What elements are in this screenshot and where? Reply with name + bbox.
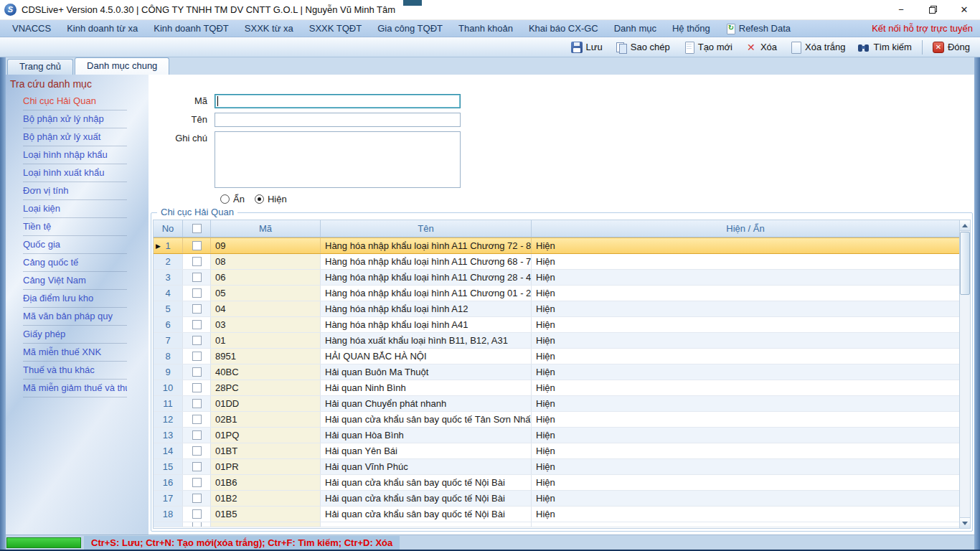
table-row-16[interactable]: 1601B6Hải quan cửa khẩu sân bay quốc tế …	[154, 475, 959, 491]
row-checkbox[interactable]	[192, 509, 202, 519]
groupbox-title: Chi cục Hải Quan	[157, 207, 237, 217]
sidebar-item-11[interactable]: Địa điểm lưu kho	[23, 290, 127, 308]
sidebar-item-8[interactable]: Quốc gia	[23, 236, 127, 254]
sidebar-item-1[interactable]: Bộ phận xử lý nhập	[23, 110, 127, 128]
restore-button[interactable]	[917, 0, 948, 20]
menu-item-8[interactable]: Danh mục	[606, 20, 664, 37]
menu-item-9[interactable]: Hệ thống	[664, 20, 718, 37]
tab-trang-chu[interactable]: Trang chủ	[7, 59, 73, 75]
column-header-ma[interactable]: Mã	[211, 220, 321, 237]
row-checkbox[interactable]	[192, 241, 202, 250]
row-checkbox[interactable]	[192, 446, 202, 456]
row-checkbox[interactable]	[192, 462, 202, 471]
column-header-checkbox[interactable]	[183, 220, 211, 237]
clear-button[interactable]: Xóa trắng	[784, 39, 851, 55]
sidebar-item-10[interactable]: Cảng Việt Nam	[23, 272, 127, 290]
menu-item-1[interactable]: Kinh doanh từ xa	[59, 20, 146, 37]
menu-item-4[interactable]: SXXK TQĐT	[301, 20, 369, 37]
minimize-button[interactable]: −	[885, 0, 917, 20]
search-button[interactable]: Tìm kiếm	[852, 39, 917, 55]
new-document-button[interactable]: Tạo mới	[677, 39, 738, 55]
sidebar-item-5[interactable]: Đơn vị tính	[23, 182, 127, 200]
select-all-checkbox[interactable]	[192, 224, 202, 233]
table-row-7[interactable]: 701Hàng hóa xuất khẩu loại hình B11, B12…	[154, 333, 959, 349]
ma-cell: 09	[211, 238, 321, 253]
table-row-1[interactable]: ▶109Hàng hóa nhập khẩu loại hình A11 Chư…	[154, 237, 959, 254]
row-checkbox[interactable]	[192, 304, 202, 314]
ten-input[interactable]	[215, 113, 461, 127]
sidebar-item-15[interactable]: Thuế và thu khác	[23, 362, 127, 380]
table-row-8[interactable]: 88951HẢI QUAN BẮC HÀ NỘIHiện	[154, 349, 959, 364]
table-row-partial[interactable]	[154, 522, 959, 527]
column-header-ten[interactable]: Tên	[321, 220, 532, 237]
radio-option-hien[interactable]: Hiện	[255, 194, 287, 204]
table-row-5[interactable]: 504Hàng hóa nhập khẩu loại hình A12Hiện	[154, 301, 959, 317]
row-checkbox[interactable]	[192, 399, 202, 408]
row-checkbox[interactable]	[192, 494, 202, 503]
table-row-11[interactable]: 1101DDHải quan Chuyển phát nhanhHiện	[154, 396, 959, 412]
table-row-18[interactable]: 1801B5Hải quan cửa khẩu sân bay quốc tế …	[154, 507, 959, 522]
radio-option-an[interactable]: Ẩn	[220, 194, 245, 204]
column-header-no[interactable]: No	[154, 220, 183, 237]
table-row-6[interactable]: 603Hàng hóa nhập khẩu loại hình A41Hiện	[154, 317, 959, 333]
ten-cell: Hải quan Chuyển phát nhanh	[321, 396, 532, 411]
row-checkbox[interactable]	[192, 273, 202, 282]
row-checkbox[interactable]	[192, 257, 202, 266]
menu-item-6[interactable]: Thanh khoản	[451, 20, 521, 37]
table-row-10[interactable]: 1028PCHải quan Ninh BìnhHiện	[154, 380, 959, 396]
save-button[interactable]: Lưu	[565, 39, 608, 55]
table-row-17[interactable]: 1701B2Hải quan cửa khẩu sân bay quốc tế …	[154, 491, 959, 507]
menu-item-0[interactable]: VNACCS	[4, 20, 59, 37]
scroll-down-button[interactable]	[960, 517, 970, 528]
ma-cell: 03	[211, 317, 321, 332]
vertical-scrollbar[interactable]	[959, 220, 971, 529]
row-checkbox[interactable]	[192, 478, 202, 487]
row-checkbox[interactable]	[192, 352, 202, 361]
online-support-link[interactable]: Kết nối hỗ trợ trực tuyến	[872, 23, 980, 34]
table-row-4[interactable]: 405Hàng hóa nhập khẩu loại hình A11 Chươ…	[154, 286, 959, 301]
row-checkbox[interactable]	[192, 522, 202, 527]
table-row-3[interactable]: 306Hàng hóa nhập khẩu loại hình A11 Chươ…	[154, 270, 959, 286]
sidebar-item-2[interactable]: Bộ phận xử lý xuất	[23, 128, 127, 146]
menu-item-2[interactable]: Kinh doanh TQĐT	[146, 20, 237, 37]
row-checkbox[interactable]	[192, 320, 202, 329]
copy-button[interactable]: Sao chép	[610, 39, 676, 55]
sidebar-item-0[interactable]: Chi cục Hải Quan	[23, 93, 127, 110]
delete-button[interactable]: Xóa	[740, 39, 783, 55]
column-header-hien-an[interactable]: Hiện / Ẩn	[532, 220, 959, 237]
scroll-up-button[interactable]	[960, 220, 970, 231]
table-row-15[interactable]: 1501PRHải quan Vĩnh PhúcHiện	[154, 459, 959, 475]
row-checkbox[interactable]	[192, 367, 202, 377]
table-row-12[interactable]: 1202B1Hải quan cửa khẩu sân bay quốc tế …	[154, 412, 959, 428]
close-window-button[interactable]: Đóng	[927, 39, 976, 55]
menu-item-5[interactable]: Gia công TQĐT	[369, 20, 451, 37]
row-checkbox[interactable]	[192, 336, 202, 345]
sidebar-item-16[interactable]: Mã miễn giảm thuế và thu khác	[23, 380, 127, 397]
menu-item-7[interactable]: Khai báo CX-GC	[521, 20, 606, 37]
table-row-2[interactable]: 208Hàng hóa nhập khẩu loại hình A11 Chươ…	[154, 254, 959, 270]
table-row-9[interactable]: 940BCHải quan Buôn Ma ThuộtHiện	[154, 364, 959, 380]
row-checkbox[interactable]	[192, 415, 202, 424]
sidebar-item-12[interactable]: Mã văn bản pháp quy	[23, 308, 127, 326]
row-checkbox[interactable]	[192, 430, 202, 440]
scrollbar-thumb[interactable]	[960, 232, 970, 295]
menubar: VNACCSKinh doanh từ xaKinh doanh TQĐTSXX…	[0, 20, 980, 37]
menu-item-3[interactable]: SXXK từ xa	[237, 20, 301, 37]
table-row-13[interactable]: 1301PQHải quan Hòa BìnhHiện	[154, 428, 959, 443]
menu-item-10[interactable]: Refesh Data	[718, 20, 798, 37]
hien-an-cell: Hiện	[532, 364, 959, 380]
sidebar-item-14[interactable]: Mã miễn thuế XNK	[23, 344, 127, 362]
row-checkbox[interactable]	[192, 288, 202, 298]
table-row-14[interactable]: 1401BTHải quan Yên BáiHiện	[154, 443, 959, 459]
ghi-chu-textarea[interactable]	[215, 131, 461, 188]
row-checkbox[interactable]	[192, 383, 202, 392]
ma-input[interactable]	[215, 94, 461, 108]
sidebar-item-13[interactable]: Giấy phép	[23, 326, 127, 344]
sidebar-item-7[interactable]: Tiền tệ	[23, 218, 127, 236]
sidebar-item-9[interactable]: Cảng quốc tế	[23, 254, 127, 272]
sidebar-item-4[interactable]: Loại hình xuất khẩu	[23, 164, 127, 182]
tab-danh-muc-chung[interactable]: Danh mục chung	[75, 57, 169, 75]
sidebar-item-6[interactable]: Loại kiện	[23, 200, 127, 218]
close-button[interactable]: ✕	[948, 0, 980, 20]
sidebar-item-3[interactable]: Loại hình nhập khẩu	[23, 146, 127, 164]
